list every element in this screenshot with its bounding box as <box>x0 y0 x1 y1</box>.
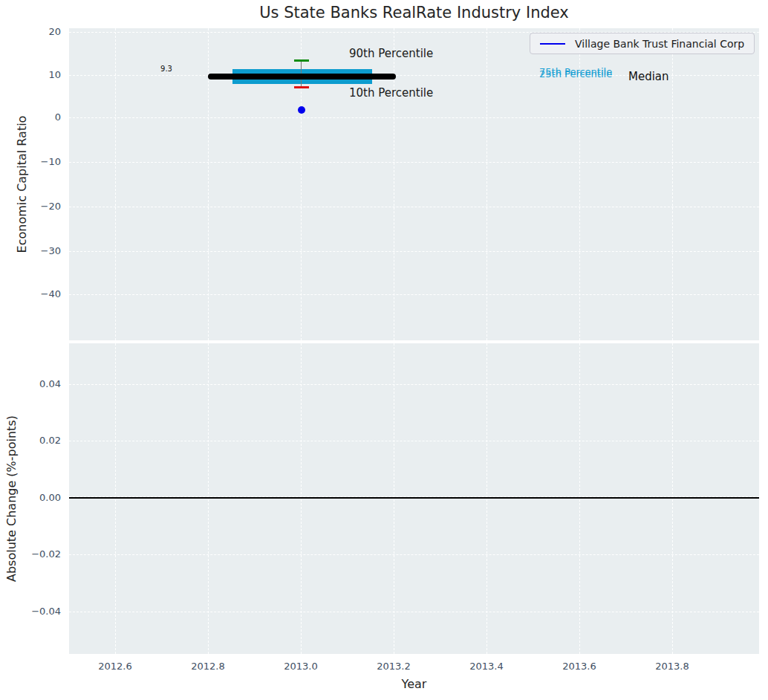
median-label: Median <box>628 70 669 83</box>
legend-line-sample <box>540 43 565 45</box>
x-tick: 2013.0 <box>271 660 331 673</box>
gridline <box>69 441 759 441</box>
gridline <box>69 251 759 252</box>
gridline <box>208 343 209 654</box>
gridline <box>69 162 759 163</box>
p10-cap <box>294 86 309 88</box>
gridline <box>486 343 487 654</box>
x-tick: 2013.6 <box>550 660 609 673</box>
gridline <box>579 343 580 654</box>
x-tick: 2013.8 <box>642 660 702 673</box>
x-axis-label: Year <box>69 677 759 691</box>
median-value-label: 9.3 <box>153 65 180 73</box>
legend-label: Village Bank Trust Financial Corp <box>575 38 744 50</box>
gridline <box>69 554 759 555</box>
p25-label: 25th Percentile <box>539 68 612 80</box>
bottom-ylabel: Absolute Change (%-points) <box>4 343 19 655</box>
gridline <box>301 343 302 654</box>
figure: Us State Banks RealRate Industry Index 9… <box>0 0 768 700</box>
gridline <box>69 207 759 207</box>
bottom-plot-area <box>69 343 759 654</box>
chart-title: Us State Banks RealRate Industry Index <box>69 4 759 22</box>
p90-cap <box>294 59 309 62</box>
top-ylabel: Economic Capital Ratio <box>15 28 30 340</box>
x-tick: 2013.2 <box>364 660 423 673</box>
p10-label: 10th Percentile <box>349 86 433 100</box>
median-line <box>208 74 396 80</box>
gridline <box>394 343 394 654</box>
x-tick: 2012.8 <box>178 660 238 673</box>
gridline <box>69 612 759 612</box>
legend: Village Bank Trust Financial Corp <box>530 33 755 54</box>
gridline <box>69 117 759 118</box>
x-tick: 2013.4 <box>457 660 516 673</box>
gridline <box>69 384 759 385</box>
zero-line <box>69 497 759 499</box>
top-plot-area: 9.3 90th Percentile 10th Percentile 75th… <box>69 28 759 340</box>
p90-label: 90th Percentile <box>349 47 433 60</box>
gridline <box>115 343 116 654</box>
gridline <box>672 343 673 654</box>
company-data-point <box>298 106 305 114</box>
x-tick: 2012.6 <box>85 660 145 673</box>
gridline <box>69 294 759 295</box>
